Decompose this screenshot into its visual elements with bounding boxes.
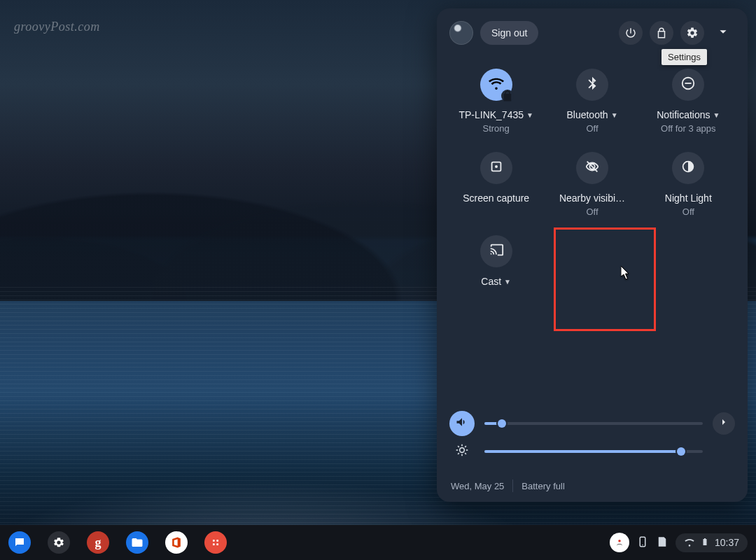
quick-settings-panel: Sign out Settings TP-LINK_7435▼ Strong [437, 8, 748, 502]
ime-menu-button[interactable] [610, 533, 629, 552]
lock-icon [655, 27, 668, 39]
svg-point-1 [495, 165, 498, 168]
dropdown-icon: ▼ [611, 111, 618, 119]
shelf-status-area: 10:37 [610, 533, 748, 552]
wifi-status: Strong [483, 123, 510, 134]
wifi-status-icon [684, 536, 695, 550]
dropdown-icon: ▼ [713, 111, 720, 119]
brightness-icon [455, 443, 469, 460]
battery-status-icon [701, 536, 709, 550]
collapse-button[interactable] [711, 21, 735, 45]
shelf-pinned-apps: g [8, 531, 227, 554]
footer-date: Wed, May 25 [451, 481, 504, 491]
bluetooth-status: Off [586, 123, 598, 134]
audio-settings-button[interactable] [713, 412, 735, 435]
tote-icon[interactable] [656, 536, 668, 550]
volume-slider[interactable] [484, 422, 703, 425]
chevron-right-icon [718, 416, 729, 430]
bluetooth-label: Bluetooth [566, 109, 608, 120]
svg-point-19 [642, 544, 643, 545]
night-light-status: Off [682, 206, 694, 217]
quick-settings-tiles: TP-LINK_7435▼ Strong Bluetooth▼ Off Noti… [449, 63, 735, 295]
quick-settings-header: Sign out Settings [449, 21, 735, 45]
svg-rect-13 [213, 540, 215, 542]
lock-button[interactable] [650, 21, 673, 45]
notifications-tile[interactable]: Notifications▼ Off for 3 apps [642, 63, 735, 142]
quick-settings-footer: Wed, May 25 Battery full [449, 477, 735, 493]
sign-out-label: Sign out [491, 27, 527, 38]
footer-battery: Battery full [522, 481, 564, 491]
settings-button[interactable]: Settings [680, 21, 704, 45]
bluetooth-tile[interactable]: Bluetooth▼ Off [545, 63, 638, 142]
cast-icon [489, 242, 504, 260]
nearby-visibility-status: Off [586, 206, 598, 217]
dropdown-icon: ▼ [504, 278, 511, 286]
screen-capture-icon [489, 159, 504, 177]
cast-label: Cast [481, 276, 501, 287]
svg-point-17 [618, 540, 621, 542]
svg-rect-16 [216, 543, 218, 545]
volume-button[interactable] [449, 411, 475, 436]
svg-point-4 [460, 448, 465, 453]
night-light-label: Night Light [665, 192, 712, 204]
settings-app-icon[interactable] [48, 531, 70, 554]
shelf: g 10:37 [0, 525, 756, 560]
svg-line-11 [458, 453, 459, 454]
svg-rect-14 [216, 540, 218, 542]
clock-text: 10:37 [715, 537, 739, 548]
svg-line-10 [465, 453, 466, 454]
night-light-icon [680, 159, 696, 177]
notifications-status: Off for 3 apps [661, 123, 716, 134]
nearby-visibility-tile[interactable]: Nearby visibi… Off [545, 146, 638, 225]
volume-row [449, 410, 735, 438]
notifications-label: Notifications [657, 109, 710, 120]
user-avatar[interactable] [449, 21, 473, 45]
power-icon [624, 27, 637, 39]
app-icon[interactable] [204, 531, 227, 554]
groovypost-app-icon[interactable]: g [87, 531, 109, 554]
status-tray[interactable]: 10:37 [676, 533, 748, 552]
screen-capture-tile[interactable]: Screen capture [449, 146, 542, 225]
wifi-lock-badge [501, 90, 514, 102]
phone-hub-icon[interactable] [636, 536, 649, 550]
brightness-row [449, 438, 735, 465]
files-app-icon[interactable] [126, 531, 148, 554]
wifi-label: TP-LINK_7435 [458, 109, 524, 120]
dropdown-icon: ▼ [526, 111, 533, 119]
nearby-visibility-label: Nearby visibi… [559, 192, 625, 204]
night-light-tile[interactable]: Night Light Off [642, 146, 735, 225]
chevron-down-icon [715, 24, 731, 42]
messages-app-icon[interactable] [8, 531, 31, 554]
brightness-slider[interactable] [484, 450, 703, 453]
volume-icon [455, 415, 469, 432]
svg-line-12 [465, 446, 466, 447]
screen-capture-label: Screen capture [463, 192, 529, 204]
do-not-disturb-icon [680, 76, 696, 94]
bluetooth-icon [584, 76, 600, 94]
office-app-icon[interactable] [165, 531, 188, 554]
svg-line-9 [458, 446, 459, 447]
brightness-button[interactable] [449, 439, 475, 464]
sign-out-button[interactable]: Sign out [480, 21, 538, 45]
gear-icon [686, 27, 699, 39]
cast-tile[interactable]: Cast▼ [449, 230, 542, 295]
visibility-off-icon [584, 159, 600, 177]
svg-rect-15 [213, 543, 215, 545]
wifi-tile[interactable]: TP-LINK_7435▼ Strong [449, 63, 542, 142]
footer-divider [512, 479, 513, 492]
power-button[interactable] [619, 21, 643, 45]
sliders-section [449, 402, 735, 465]
